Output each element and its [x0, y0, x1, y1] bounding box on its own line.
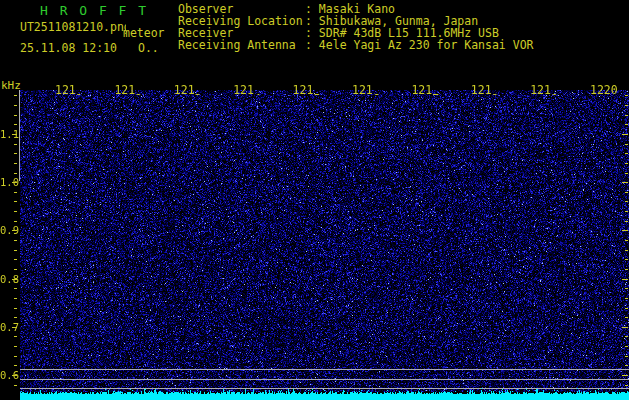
freq-axis-label: 0.7	[0, 322, 17, 332]
time-label-prefix: 121	[530, 83, 551, 97]
freq-tick-left	[14, 269, 17, 270]
freq-axis-label: 0.6	[0, 370, 17, 380]
plot-left-border	[19, 90, 20, 181]
freq-tick-left	[14, 336, 17, 337]
freq-tick-right	[625, 105, 628, 106]
freq-tick-left	[14, 115, 17, 116]
freq-tick-right	[625, 201, 628, 202]
time-axis-label: 1219	[530, 83, 558, 97]
freq-tick-left	[14, 163, 17, 164]
freq-tick-left	[14, 173, 17, 174]
time-label-clipped-digit: 6	[373, 92, 380, 95]
freq-tick-left	[14, 298, 17, 299]
freq-tick-right	[625, 259, 628, 260]
freq-tick-right	[625, 192, 628, 193]
freq-axis-label: 0.8	[0, 274, 17, 284]
freq-tick-left	[14, 144, 17, 145]
freq-tick-right	[625, 317, 628, 318]
freq-tick-left	[14, 385, 17, 386]
app-title: H R O F F T	[40, 3, 148, 18]
station-info: Observer: Masaki KanoReceiving Location:…	[178, 3, 534, 51]
freq-tick-left	[14, 95, 17, 96]
freq-tick-right	[625, 336, 628, 337]
freq-tick-right	[625, 240, 628, 241]
time-label-prefix: 121	[293, 83, 314, 97]
time-axis-label: 1214	[233, 83, 261, 97]
time-label-clipped-digit: 3	[195, 92, 202, 95]
time-label-prefix: 121	[233, 83, 254, 97]
freq-tick-right	[625, 144, 628, 145]
freq-tick-right	[625, 115, 628, 116]
time-label-prefix: 121	[471, 83, 492, 97]
freq-tick-right	[625, 250, 628, 251]
freq-tick-right	[625, 288, 628, 289]
freq-tick-right	[622, 134, 628, 135]
time-label-prefix: 121	[174, 83, 195, 97]
freq-tick-right	[625, 346, 628, 347]
time-label-clipped-digit: 9	[551, 92, 558, 95]
info-value: 4ele Yagi Az 230 for Kansai VOR	[319, 38, 534, 52]
freq-tick-left	[14, 356, 17, 357]
freq-tick-right	[625, 221, 628, 222]
freq-tick-left	[14, 346, 17, 347]
freq-tick-right	[625, 269, 628, 270]
time-axis-label: 1218	[471, 83, 499, 97]
time-label-prefix: 121	[411, 83, 432, 97]
freq-tick-left	[14, 153, 17, 154]
time-axis-label: 1217	[411, 83, 439, 97]
freq-tick-right	[625, 385, 628, 386]
freq-tick-left	[14, 211, 17, 212]
freq-tick-left	[14, 308, 17, 309]
time-label-clipped-digit: 4	[254, 92, 261, 95]
freq-axis-label: 1.1	[0, 129, 17, 139]
info-label: Receiving Antenna	[178, 39, 305, 51]
freq-tick-right	[625, 308, 628, 309]
freq-tick-right	[625, 298, 628, 299]
freq-tick-right	[625, 163, 628, 164]
hrofft-screenshot: H R O F F T UT2511081210.png meteor 25.1…	[0, 0, 629, 400]
time-axis-label: 1211	[55, 83, 83, 97]
time-label-prefix: 121	[352, 83, 373, 97]
timestamp: 25.11.08 12:10	[20, 41, 117, 55]
info-colon: :	[305, 38, 319, 52]
output-filename: UT2511081210.png	[20, 20, 126, 34]
freq-tick-right	[622, 375, 628, 376]
freq-tick-right	[625, 211, 628, 212]
freq-tick-right	[625, 124, 628, 125]
time-label-prefix: 121	[55, 83, 76, 97]
freq-tick-left	[14, 124, 17, 125]
time-axis-label: 1216	[352, 83, 380, 97]
spectrogram-canvas	[20, 90, 629, 400]
freq-tick-right	[622, 279, 628, 280]
time-label-clipped-digit: 2	[135, 92, 142, 95]
time-label-clipped-digit: 8	[492, 92, 499, 95]
freq-tick-right	[625, 356, 628, 357]
freq-tick-right	[622, 327, 628, 328]
time-axis-label: 1213	[174, 83, 202, 97]
freq-tick-left	[14, 259, 17, 260]
freq-tick-left	[14, 105, 17, 106]
freq-axis-label: 0.9	[0, 225, 17, 235]
freq-tick-right	[625, 365, 628, 366]
freq-tick-left	[14, 288, 17, 289]
freq-tick-right	[625, 153, 628, 154]
freq-tick-right	[625, 95, 628, 96]
meteor-label: meteor	[123, 26, 165, 40]
freq-unit-label: kHz	[1, 79, 21, 92]
freq-tick-left	[14, 317, 17, 318]
time-axis-label-last: 1220	[590, 83, 618, 97]
time-axis-label: 1215	[293, 83, 321, 97]
freq-tick-left	[14, 365, 17, 366]
time-label-clipped-digit: 7	[432, 92, 439, 95]
time-label-clipped-digit: 1	[76, 92, 83, 95]
freq-axis-label: 1.0	[0, 177, 17, 187]
counter-text: O..	[138, 41, 159, 55]
time-label-prefix: 121	[114, 83, 135, 97]
freq-tick-right	[625, 173, 628, 174]
freq-tick-left	[14, 221, 17, 222]
freq-tick-left	[14, 192, 17, 193]
time-axis-label: 1212	[114, 83, 142, 97]
freq-tick-right	[622, 230, 628, 231]
freq-tick-left	[14, 250, 17, 251]
freq-tick-right	[622, 182, 628, 183]
